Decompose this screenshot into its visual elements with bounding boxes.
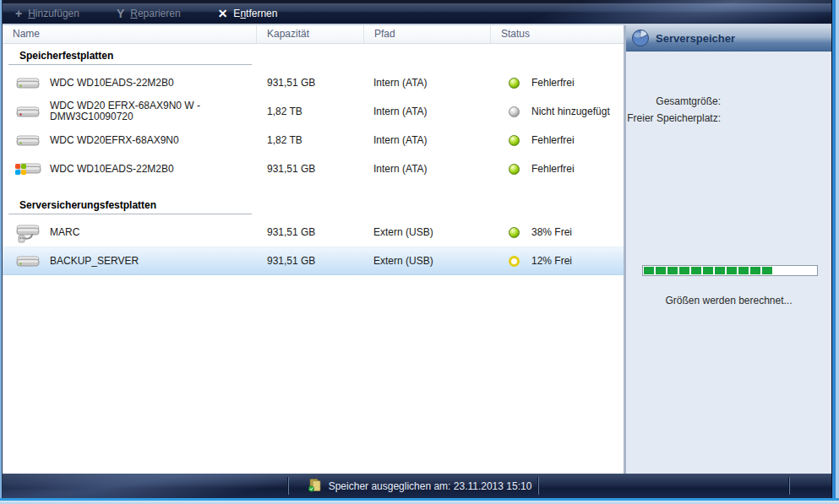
free-space-label: Freier Speicherplatz: xyxy=(626,112,721,124)
hard-drive-icon xyxy=(14,73,42,93)
disk-path: Extern (USB) xyxy=(363,226,490,238)
group-divider xyxy=(8,64,252,65)
panel-header: Serverspeicher xyxy=(626,25,831,51)
disk-list: Name Kapazität Pfad Status Speicherfestp… xyxy=(3,25,624,474)
group-divider xyxy=(8,214,252,214)
table-row[interactable]: WDC WD20 EFRX-68AX9N0 W - DMW3C10090720 … xyxy=(3,97,624,126)
disk-path: Extern (USB) xyxy=(363,255,490,267)
total-size-label: Gesamtgröße: xyxy=(626,95,721,107)
status-text: Fehlerfrei xyxy=(531,77,575,89)
hard-drive-icon xyxy=(14,130,42,150)
x-icon: ✕ xyxy=(218,8,228,19)
group-header-storage-disks: Speicherfestplatten xyxy=(19,50,624,62)
statusbar-separator xyxy=(288,477,289,495)
progress-fill xyxy=(644,267,773,274)
disk-name: WDC WD20EFRX-68AX9N0 xyxy=(50,135,179,146)
disk-capacity: 931,51 GB xyxy=(256,226,363,238)
panel-title: Serverspeicher xyxy=(656,32,735,45)
server-storage-panel: Serverspeicher Gesamtgröße: Freier Speic… xyxy=(626,25,831,474)
disk-capacity: 931,51 GB xyxy=(256,163,363,175)
table-header: Name Kapazität Pfad Status xyxy=(3,25,624,44)
status-text: 12% Frei xyxy=(531,255,572,267)
repair-button[interactable]: Y Reparieren xyxy=(108,5,189,22)
calculation-progress-bar xyxy=(642,265,818,276)
status-orb-icon xyxy=(509,78,520,89)
pie-chart-icon xyxy=(630,27,651,50)
status-orb-icon xyxy=(509,106,520,117)
window-border-left xyxy=(0,0,3,498)
column-header-name[interactable]: Name xyxy=(3,25,256,43)
column-header-status[interactable]: Status xyxy=(490,25,624,43)
balanced-storage-icon xyxy=(308,478,322,495)
add-button[interactable]: + Hinzufügen xyxy=(7,5,88,22)
toolbar: + Hinzufügen Y Reparieren ✕ Entfernen xyxy=(0,0,839,24)
statusbar-separator xyxy=(538,477,539,495)
wrench-icon: Y xyxy=(117,8,124,19)
column-header-capacity[interactable]: Kapazität xyxy=(256,25,363,43)
add-button-label: Hinzufügen xyxy=(28,8,79,19)
table-row[interactable]: WDC WD10EADS-22M2B0 931,51 GB Intern (AT… xyxy=(3,154,624,183)
disk-name: WDC WD10EADS-22M2B0 xyxy=(50,164,174,175)
status-orb-icon xyxy=(509,227,520,238)
table-row[interactable]: WDC WD20EFRX-68AX9N0 1,82 TB Intern (ATA… xyxy=(3,126,624,154)
status-text: Fehlerfrei xyxy=(531,163,575,175)
status-text: Fehlerfrei xyxy=(531,134,575,146)
disk-capacity: 931,51 GB xyxy=(256,77,363,89)
disk-name: BACKUP_SERVER xyxy=(50,256,139,267)
hard-drive-windows-icon xyxy=(14,159,42,179)
hard-drive-icon xyxy=(14,101,42,122)
disk-path: Intern (ATA) xyxy=(363,106,490,117)
plus-icon: + xyxy=(15,8,22,19)
repair-button-label: Reparieren xyxy=(130,8,180,19)
column-header-path[interactable]: Pfad xyxy=(363,25,490,43)
disk-capacity: 931,51 GB xyxy=(256,255,363,267)
window-border-right xyxy=(831,0,839,498)
status-orb-icon xyxy=(509,256,520,267)
hard-drive-icon xyxy=(14,251,42,271)
disk-name: MARC xyxy=(50,227,79,238)
status-orb-icon xyxy=(509,164,520,175)
disk-path: Intern (ATA) xyxy=(363,163,490,175)
status-orb-icon xyxy=(509,135,520,146)
group-header-backup-disks: Serversicherungsfestplatten xyxy=(19,199,624,211)
server-storage-window: + Hinzufügen Y Reparieren ✕ Entfernen Na… xyxy=(0,0,839,504)
remove-button-label: Entfernen xyxy=(233,8,277,19)
calculating-message: Größen werden berechnet... xyxy=(626,295,831,306)
window-border-bottom-edge xyxy=(0,501,839,504)
disk-path: Intern (ATA) xyxy=(363,77,490,89)
disk-name: WDC WD10EADS-22M2B0 xyxy=(50,78,174,89)
status-bar: Speicher ausgeglichen am: 23.11.2013 15:… xyxy=(0,474,839,498)
table-row[interactable]: MARC 931,51 GB Extern (USB) 38% Frei xyxy=(3,218,624,247)
hard-drive-usb-icon xyxy=(14,222,42,242)
table-row[interactable]: WDC WD10EADS-22M2B0 931,51 GB Intern (AT… xyxy=(3,68,624,97)
disk-path: Intern (ATA) xyxy=(363,134,490,146)
status-text: Nicht hinzugefügt xyxy=(531,106,610,117)
disk-capacity: 1,82 TB xyxy=(256,106,363,117)
remove-button[interactable]: ✕ Entfernen xyxy=(210,5,286,22)
disk-capacity: 1,82 TB xyxy=(256,134,363,146)
statusbar-message: Speicher ausgeglichen am: 23.11.2013 15:… xyxy=(329,480,532,492)
table-row-selected[interactable]: BACKUP_SERVER 931,51 GB Extern (USB) 12%… xyxy=(3,247,624,275)
status-text: 38% Frei xyxy=(531,226,572,238)
disk-name: WDC WD20 EFRX-68AX9N0 W - DMW3C10090720 xyxy=(50,100,200,122)
statusbar-separator xyxy=(789,477,790,495)
